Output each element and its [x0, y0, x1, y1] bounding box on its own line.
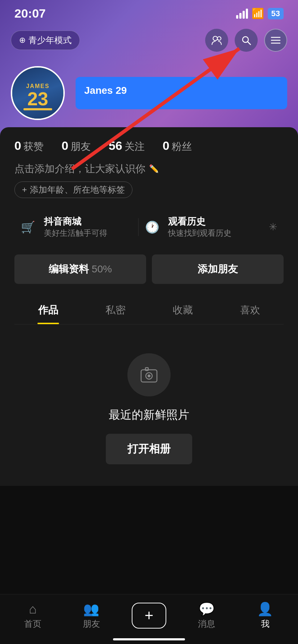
add-friend-button[interactable]: 添加朋友 [152, 254, 284, 284]
nav-home[interactable]: ⌂ 首页 [15, 602, 51, 630]
tab-likes-label: 喜欢 [240, 304, 260, 316]
shop-subtitle: 美好生活触手可得 [44, 228, 107, 239]
bio-placeholder: 点击添加介绍，让大家认识你 [14, 162, 145, 176]
friends-icon-button[interactable] [205, 29, 228, 52]
quick-links: 🛒 抖音商城 美好生活触手可得 🕐 观看历史 快速找到观看历史 ✳ [14, 208, 284, 246]
history-icon: 🕐 [142, 217, 162, 237]
stat-following[interactable]: 56 关注 [109, 139, 145, 153]
nav-home-label: 首页 [24, 618, 41, 630]
friends-count: 0 [62, 139, 68, 153]
youth-mode-icon: ⊕ [19, 36, 26, 45]
nav-right-buttons [205, 29, 287, 52]
nav-me[interactable]: 👤 我 [247, 602, 283, 630]
stat-likes[interactable]: 0 获赞 [14, 139, 44, 153]
add-friend-label: 添加朋友 [198, 263, 238, 275]
following-count: 56 [109, 139, 122, 153]
add-tag-icon: + [22, 185, 27, 195]
stat-fans[interactable]: 0 粉丝 [163, 139, 192, 153]
youth-mode-label: 青少年模式 [28, 34, 72, 46]
status-icons: 📶 53 [236, 8, 284, 19]
tabs-row: 作品 私密 收藏 喜欢 [14, 295, 284, 325]
stat-friends[interactable]: 0 朋友 [62, 139, 91, 153]
svg-point-3 [217, 37, 221, 40]
svg-point-11 [148, 374, 150, 377]
history-subtitle: 快速找到观看历史 [168, 228, 231, 239]
quick-link-shop[interactable]: 🛒 抖音商城 美好生活触手可得 [14, 208, 138, 246]
following-label: 关注 [125, 140, 145, 153]
nav-me-label: 我 [261, 618, 270, 630]
home-icon: ⌂ [29, 602, 37, 617]
add-tag-label: 添加年龄、所在地等标签 [30, 184, 125, 196]
me-icon: 👤 [257, 602, 273, 617]
youth-mode-button[interactable]: ⊕ 青少年模式 [11, 31, 80, 50]
edit-profile-label: 编辑资料 50% [49, 263, 112, 275]
stats-section: 0 获赞 0 朋友 56 关注 0 粉丝 点击添加介绍，让大家认识你 ✏️ + … [0, 127, 298, 486]
fans-count: 0 [163, 139, 170, 153]
tab-favorites[interactable]: 收藏 [149, 295, 216, 324]
quick-link-history[interactable]: 🕐 观看历史 快速找到观看历史 [139, 208, 262, 246]
tab-private[interactable]: 私密 [82, 295, 149, 324]
shop-title: 抖音商城 [44, 215, 107, 228]
history-text: 观看历史 快速找到观看历史 [168, 215, 231, 239]
menu-icon-button[interactable] [264, 29, 287, 52]
status-time: 20:07 [14, 6, 46, 20]
tab-likes[interactable]: 喜欢 [216, 295, 284, 324]
likes-label: 获赞 [23, 140, 44, 153]
history-title: 观看历史 [168, 215, 231, 228]
messages-icon: 💬 [199, 602, 215, 617]
open-album-button[interactable]: 打开相册 [106, 434, 192, 464]
edit-profile-button[interactable]: 编辑资料 50% [14, 254, 146, 284]
tab-favorites-label: 收藏 [173, 304, 193, 316]
add-icon: + [145, 607, 154, 624]
more-links-icon[interactable]: ✳ [262, 221, 284, 233]
add-tag-button[interactable]: + 添加年龄、所在地等标签 [14, 181, 132, 198]
shop-icon: 🛒 [18, 217, 38, 237]
username-text: Janes 29 [84, 85, 127, 96]
svg-rect-12 [145, 368, 148, 371]
tab-private-label: 私密 [105, 304, 126, 316]
empty-icon [127, 353, 171, 396]
empty-title: 最近的新鲜照片 [109, 407, 189, 423]
svg-point-2 [213, 36, 217, 41]
username-block: Janes 29 [76, 77, 287, 109]
nav-add-button[interactable]: + [132, 603, 166, 629]
home-indicator [113, 638, 185, 640]
nav-friends[interactable]: 👥 朋友 [73, 602, 109, 630]
battery-indicator: 53 [268, 8, 284, 19]
shop-text: 抖音商城 美好生活触手可得 [44, 215, 107, 239]
signal-icon [236, 9, 248, 19]
bio-edit-icon: ✏️ [149, 164, 159, 174]
wifi-icon: 📶 [252, 8, 264, 19]
action-buttons: 编辑资料 50% 添加朋友 [14, 254, 284, 284]
status-bar: 20:07 📶 53 [0, 0, 298, 24]
profile-section: JAMES 23 Janes 29 [0, 59, 298, 131]
svg-line-5 [248, 42, 250, 45]
search-icon-button[interactable] [235, 29, 258, 52]
bio-row[interactable]: 点击添加介绍，让大家认识你 ✏️ [14, 162, 284, 176]
bottom-nav: ⌂ 首页 👥 朋友 + 💬 消息 👤 我 [0, 594, 298, 644]
empty-state: 最近的新鲜照片 打开相册 [14, 325, 284, 486]
nav-messages[interactable]: 💬 消息 [189, 602, 225, 630]
fans-label: 粉丝 [172, 140, 192, 153]
likes-count: 0 [14, 139, 21, 153]
nav-messages-label: 消息 [198, 618, 215, 630]
stats-row: 0 获赞 0 朋友 56 关注 0 粉丝 [14, 139, 284, 153]
nav-friends-label: 朋友 [83, 618, 100, 630]
tab-works[interactable]: 作品 [14, 295, 82, 324]
friends-nav-icon: 👥 [83, 602, 99, 617]
friends-label: 朋友 [71, 140, 91, 153]
avatar[interactable]: JAMES 23 [11, 66, 65, 120]
tab-works-label: 作品 [38, 304, 58, 316]
